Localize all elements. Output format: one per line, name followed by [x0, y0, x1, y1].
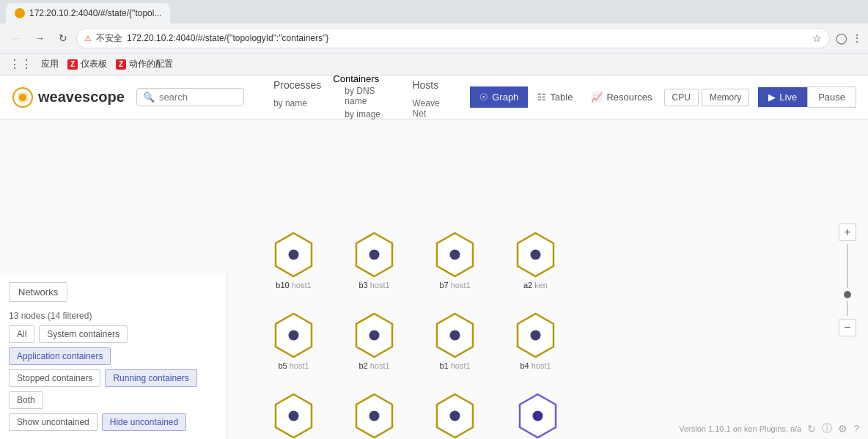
tab-favicon	[15, 8, 25, 18]
graph-node-b10[interactable]: b10 host1	[273, 232, 314, 289]
view-graph-label: Graph	[492, 92, 518, 103]
forward-button[interactable]: →	[29, 28, 50, 48]
nav-containers-bydns[interactable]: by DNS name	[333, 84, 400, 108]
hex-container	[354, 312, 394, 358]
memory-button[interactable]: Memory	[702, 89, 749, 106]
hex-container	[435, 232, 475, 278]
filter-running-button[interactable]: Running containers	[105, 369, 196, 387]
filter-all-button[interactable]: All	[9, 325, 34, 343]
filter-both-button[interactable]: Both	[9, 391, 43, 409]
table-icon: ☷	[537, 92, 546, 103]
graph-node-b1[interactable]: b1 host1	[435, 312, 475, 370]
graph-node-a2[interactable]: a2 ken	[515, 232, 556, 289]
filter-app-button[interactable]: Application containers	[9, 347, 111, 365]
logo-icon	[12, 86, 34, 108]
browser-tab[interactable]: 172.20.10.2:4040/#/state/{"topol...	[6, 3, 170, 23]
svg-point-11	[289, 331, 299, 341]
hide-uncontained-button[interactable]: Hide uncontained	[102, 413, 186, 431]
ext1-label: 仪表板	[81, 58, 107, 70]
graph-node-b2[interactable]: b2 host1	[354, 312, 394, 370]
node-label: b5 host1	[278, 361, 309, 370]
help-icon[interactable]: ?	[853, 423, 859, 435]
hex-container	[273, 312, 314, 358]
ext2-label: 动作的配置	[129, 58, 173, 70]
hex-svg	[354, 232, 394, 278]
apps-ext-item[interactable]: 应用	[41, 58, 59, 70]
zoom-out-button[interactable]: −	[839, 319, 856, 336]
live-button[interactable]: ▶ Live	[758, 87, 807, 107]
apps-label: 应用	[41, 58, 59, 70]
logo-text: weavescope	[38, 89, 125, 106]
browser-navbar: ← → ↻ ⚠ 不安全 172.20.10.2:4040/#/state/{"t…	[0, 23, 868, 53]
profile-icon[interactable]: ◯	[836, 32, 847, 44]
tab-label: 172.20.10.2:4040/#/state/{"topol...	[29, 8, 161, 18]
networks-panel: Networks	[9, 282, 218, 302]
apps-icon[interactable]: ⋮⋮	[9, 57, 32, 71]
view-graph-button[interactable]: ☉ Graph	[470, 86, 528, 108]
graph-node-b3[interactable]: b3 host1	[354, 232, 394, 289]
security-label: 不安全	[96, 32, 122, 45]
hex-container	[435, 312, 475, 358]
svg-point-15	[450, 331, 460, 341]
nav-hosts-group: Hosts Weave Net	[400, 73, 458, 120]
show-uncontained-button[interactable]: Show uncontained	[9, 413, 98, 431]
nav-hosts[interactable]: Hosts	[400, 73, 450, 97]
view-resources-label: Resources	[606, 92, 652, 103]
svg-point-3	[289, 250, 299, 260]
graph-node-b7[interactable]: b7 host1	[435, 232, 475, 289]
node-label: b7 host1	[439, 281, 470, 289]
sidebar: Networks 13 nodes (14 filtered) All Syst…	[0, 273, 227, 439]
zoom-in-button[interactable]: +	[839, 224, 856, 241]
search-box[interactable]: 🔍	[136, 88, 244, 106]
more-icon[interactable]: ⋮	[852, 32, 862, 44]
nav-processes-group: Processes by name	[262, 73, 333, 110]
svg-point-7	[450, 250, 460, 260]
hex-svg	[354, 312, 394, 358]
filter-system-button[interactable]: System containers	[39, 325, 128, 343]
search-input[interactable]	[159, 92, 238, 103]
nav-containers[interactable]: Containers	[333, 73, 379, 84]
hex-container	[515, 232, 556, 278]
zoom-track-2	[847, 301, 848, 316]
reload-button[interactable]: ↻	[53, 28, 73, 48]
refresh-icon[interactable]: ↻	[807, 423, 816, 435]
view-table-button[interactable]: ☷ Table	[528, 86, 582, 108]
svg-point-5	[369, 250, 380, 260]
filter-row-2: Stopped containers Running containers Bo…	[9, 369, 218, 409]
view-resources-button[interactable]: 📈 Resources	[582, 87, 661, 107]
nav-hosts-weavenet[interactable]: Weave Net	[400, 97, 458, 120]
cpu-button[interactable]: CPU	[664, 89, 699, 106]
svg-point-17	[531, 331, 541, 341]
nav-containers-group: Containers by DNS name by image	[333, 73, 400, 121]
nav-section: Processes by name Containers by DNS name…	[262, 73, 458, 121]
ext1-item[interactable]: Z 仪表板	[67, 58, 107, 70]
zoom-controls: + −	[839, 224, 856, 336]
settings-icon[interactable]: ⚙	[838, 423, 847, 435]
browser-menu-icons: ◯ ⋮	[836, 32, 862, 44]
cpu-memory-bar: CPU Memory	[664, 89, 750, 106]
search-icon: 🔍	[143, 92, 155, 103]
nav-processes[interactable]: Processes	[262, 73, 333, 97]
hex-svg	[273, 232, 314, 278]
graph-node-b4[interactable]: b4 host1	[515, 312, 556, 370]
networks-button[interactable]: Networks	[9, 282, 67, 302]
view-table-label: Table	[550, 92, 573, 103]
app-container: weavescope 🔍 Processes by name Container…	[0, 75, 868, 439]
filter-stopped-button[interactable]: Stopped containers	[9, 369, 100, 387]
node-label: b1 host1	[439, 361, 470, 370]
pause-button[interactable]: Pause	[807, 86, 856, 108]
graph-node-b5[interactable]: b5 host1	[273, 312, 314, 370]
address-bar[interactable]: ⚠ 不安全 172.20.10.2:4040/#/state/{"topolog…	[76, 28, 830, 48]
back-button[interactable]: ←	[6, 28, 26, 48]
info-icon[interactable]: ⓘ	[822, 422, 832, 435]
hex-container	[515, 312, 556, 358]
hex-container	[273, 232, 314, 278]
ext2-item[interactable]: Z 动作的配置	[116, 58, 173, 70]
view-section: ☉ Graph ☷ Table 📈 Resources CPU Memory ▶…	[470, 86, 856, 108]
zoom-handle[interactable]	[844, 291, 851, 298]
nav-containers-byimage[interactable]: by image	[333, 108, 392, 121]
nav-processes-byname[interactable]: by name	[262, 97, 319, 110]
svg-point-9	[531, 250, 541, 260]
bookmark-button[interactable]: ☆	[812, 32, 822, 44]
app-header: weavescope 🔍 Processes by name Container…	[0, 75, 868, 119]
